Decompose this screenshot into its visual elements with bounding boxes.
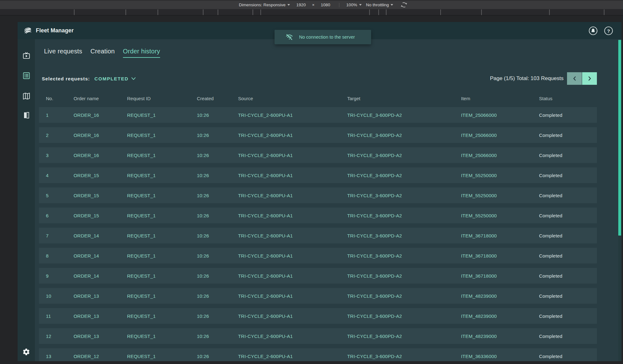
pagination: Page (1/5) Total: 103 Requests	[490, 72, 597, 85]
cell-target: TRI-CYCLE_3-600PD-A2	[347, 253, 461, 258]
cell-no: 7	[39, 233, 74, 238]
cell-order: ORDER_13	[74, 293, 127, 299]
table-row[interactable]: 8ORDER_14REQUEST_110:26TRI-CYCLE_2-600PU…	[39, 248, 597, 263]
ruler-tick	[549, 9, 550, 15]
table-row[interactable]: 2ORDER_16REQUEST_110:26TRI-CYCLE_2-600PU…	[39, 127, 597, 143]
cell-created: 10:26	[197, 213, 238, 218]
sidebar-item-settings[interactable]	[18, 347, 35, 356]
cell-request: REQUEST_1	[127, 334, 197, 339]
table-row[interactable]: 1ORDER_16REQUEST_110:26TRI-CYCLE_2-600PU…	[39, 107, 597, 123]
cell-status: Completed	[539, 133, 597, 138]
next-page-button[interactable]	[582, 72, 597, 85]
table-row[interactable]: 12ORDER_13REQUEST_110:26TRI-CYCLE_2-600P…	[39, 328, 597, 344]
cell-item: ITEM_36336000	[461, 354, 539, 359]
cell-target: TRI-CYCLE_3-600PD-A2	[347, 153, 461, 158]
previous-page-button[interactable]	[567, 72, 582, 85]
cell-order: ORDER_16	[74, 133, 127, 138]
cell-item: ITEM_48239000	[461, 293, 539, 299]
dimensions-dropdown[interactable]: Dimensions: Responsive	[239, 3, 290, 7]
cell-source: TRI-CYCLE_2-600PU-A1	[238, 313, 347, 319]
scrollbar-track[interactable]	[618, 40, 621, 361]
zoom-dropdown[interactable]: 100%	[346, 3, 362, 7]
cell-created: 10:26	[197, 354, 238, 359]
viewport-width-field[interactable]: 1920	[294, 3, 308, 7]
cell-created: 10:26	[197, 233, 238, 238]
table-row[interactable]: 6ORDER_15REQUEST_110:26TRI-CYCLE_2-600PU…	[39, 208, 597, 223]
sidebar-item-library[interactable]	[18, 111, 35, 120]
cell-order: ORDER_15	[74, 173, 127, 178]
cell-order: ORDER_14	[74, 253, 127, 258]
table-row[interactable]: 5ORDER_15REQUEST_110:26TRI-CYCLE_2-600PU…	[39, 187, 597, 203]
cell-request: REQUEST_1	[127, 293, 197, 299]
ruler-tick	[218, 9, 218, 15]
cell-created: 10:26	[197, 293, 238, 299]
scrollbar-thumb[interactable]	[618, 40, 621, 236]
cell-created: 10:26	[197, 193, 238, 198]
table-row[interactable]: 3ORDER_16REQUEST_110:26TRI-CYCLE_2-600PU…	[39, 147, 597, 163]
table-row[interactable]: 13ORDER_12REQUEST_110:26TRI-CYCLE_2-600P…	[39, 348, 597, 361]
cell-source: TRI-CYCLE_2-600PU-A1	[238, 293, 347, 299]
column-header: Item	[461, 96, 539, 101]
cell-created: 10:26	[197, 173, 238, 178]
filter-dropdown[interactable]: COMPLETED	[94, 76, 136, 81]
help-button[interactable]: ?	[604, 26, 613, 35]
rotate-viewport-icon	[401, 2, 407, 8]
header-actions: ?	[588, 22, 613, 39]
table-header-row: No.Order nameRequest IDCreatedSourceTarg…	[39, 90, 597, 107]
filter-label: Selected requests:	[42, 76, 90, 81]
cell-status: Completed	[539, 193, 597, 198]
tab-live-requests[interactable]: Live requests	[44, 48, 82, 58]
ruler-tick	[253, 9, 253, 15]
table-row[interactable]: 7ORDER_14REQUEST_110:26TRI-CYCLE_2-600PU…	[39, 228, 597, 243]
cell-created: 10:26	[197, 133, 238, 138]
cell-created: 10:26	[197, 334, 238, 339]
tab-creation[interactable]: Creation	[91, 48, 115, 58]
chevron-down-icon	[359, 4, 362, 6]
wifi-off-icon	[285, 33, 293, 41]
cell-source: TRI-CYCLE_2-600PU-A1	[238, 153, 347, 158]
chevron-right-icon	[587, 76, 592, 81]
tab-order-history[interactable]: Order history	[123, 48, 160, 58]
cell-item: ITEM_36718000	[461, 273, 539, 279]
main-content: Live requestsCreationOrder history Selec…	[35, 39, 621, 361]
dimensions-times-sign: ×	[312, 3, 314, 7]
table-row[interactable]: 4ORDER_15REQUEST_110:26TRI-CYCLE_2-600PU…	[39, 167, 597, 183]
table-row[interactable]: 9ORDER_14REQUEST_110:26TRI-CYCLE_2-600PU…	[39, 268, 597, 284]
rotate-viewport-button[interactable]	[401, 2, 407, 8]
cell-source: TRI-CYCLE_2-600PU-A1	[238, 213, 347, 218]
chevron-left-icon	[572, 76, 577, 81]
sidebar-item-order-history[interactable]	[18, 71, 35, 80]
tab-bar: Live requestsCreationOrder history	[44, 48, 160, 58]
notifications-button[interactable]	[588, 26, 598, 35]
sidebar-item-live-requests[interactable]	[18, 51, 35, 61]
request-filter: Selected requests: COMPLETED	[39, 76, 136, 81]
cell-target: TRI-CYCLE_3-600PD-A2	[347, 233, 461, 238]
throttling-dropdown[interactable]: No throttling	[366, 3, 393, 7]
cell-item: ITEM_55250000	[461, 213, 539, 218]
cell-item: ITEM_55250000	[461, 193, 539, 198]
devtools-device-toolbar: Dimensions: Responsive 1920 × 1080 100% …	[0, 0, 623, 9]
cell-request: REQUEST_1	[127, 112, 197, 118]
cell-request: REQUEST_1	[127, 193, 197, 198]
sidebar-item-map[interactable]	[18, 91, 35, 101]
order-list-icon	[22, 72, 31, 80]
table-row[interactable]: 10ORDER_13REQUEST_110:26TRI-CYCLE_2-600P…	[39, 288, 597, 304]
column-header: Source	[238, 96, 347, 101]
chevron-down-icon	[287, 4, 290, 6]
viewport-height-field[interactable]: 1080	[319, 3, 332, 7]
cell-target: TRI-CYCLE_3-600PD-A2	[347, 112, 461, 118]
cell-status: Completed	[539, 253, 597, 258]
cell-request: REQUEST_1	[127, 253, 197, 258]
column-header: Request ID	[127, 96, 197, 101]
cell-target: TRI-CYCLE_3-600PD-A2	[347, 173, 461, 178]
table-row[interactable]: 11ORDER_13REQUEST_110:26TRI-CYCLE_2-600P…	[39, 308, 597, 324]
ruler-tick	[481, 9, 482, 15]
cell-order: ORDER_15	[74, 193, 127, 198]
cell-request: REQUEST_1	[127, 313, 197, 319]
cell-status: Completed	[539, 173, 597, 178]
cell-no: 4	[39, 173, 74, 178]
cell-order: ORDER_13	[74, 334, 127, 339]
cell-no: 6	[39, 213, 74, 218]
cell-order: ORDER_16	[74, 112, 127, 118]
column-header: Created	[197, 96, 238, 101]
